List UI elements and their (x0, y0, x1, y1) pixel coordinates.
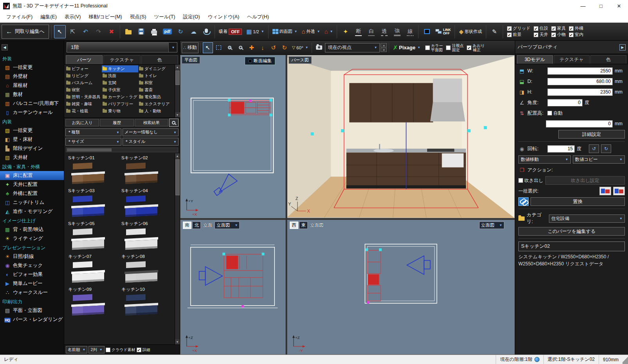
category-dining[interactable]: ダイニング (138, 65, 175, 72)
sidebar-item-perspective-rendering[interactable]: HQパース・レンダリング (0, 315, 64, 324)
shape-create-button[interactable]: ◆ 形状作成 (457, 25, 484, 38)
sidebar-item-lighting[interactable]: ☀ライティング (0, 234, 64, 243)
search-button[interactable] (169, 119, 179, 127)
zoom-out-button[interactable]: − (236, 42, 246, 53)
sidebar-item-sunlight[interactable]: ☀日照/斜線 (0, 252, 64, 261)
scroll-up-icon[interactable]: ▲ (175, 65, 180, 70)
numeric-move-dropdown[interactable]: 数値移動▼ (518, 155, 571, 164)
balloon-toggle[interactable]: 吹き出し (518, 177, 543, 184)
zoom-in-button[interactable]: + (225, 42, 235, 53)
section-edit-button[interactable]: 断面編集 (245, 57, 275, 65)
collapse-sidebar-button[interactable]: ◀ (2, 44, 8, 50)
tab-parts[interactable]: パーツ (66, 55, 103, 64)
pan-tool-button[interactable]: ✚ (247, 42, 257, 53)
fixed-target-toggle[interactable]: 注視点固定 (446, 43, 464, 52)
plan-viewport[interactable]: +Y +X 平面図 断面編集 (180, 55, 286, 218)
category-appliances[interactable]: 電化製品 (138, 94, 175, 101)
view-select-tool-button[interactable]: ↖ (203, 42, 213, 53)
elevation-west-canvas[interactable]: +Z -Y (287, 220, 514, 354)
sidebar-item-plan-elevation[interactable]: ▤平面・立面図 (0, 306, 64, 315)
scroll-down-icon[interactable]: ▼ (175, 339, 180, 344)
plan-canvas[interactable]: +Y +X (180, 55, 285, 218)
elevation-south-canvas[interactable]: +Z +X (180, 220, 285, 354)
menu-viewpoint[interactable]: 視点(S) (126, 14, 150, 20)
toggle-equipment[interactable]: 住設 (534, 25, 548, 31)
sidebar-item-curtain-wall[interactable]: ▯カーテンウォール (0, 108, 64, 117)
line-mode-white-button[interactable]: 白 (365, 25, 377, 38)
viewpoint-height-button[interactable]: ↓ (258, 42, 268, 53)
kind-filter-dropdown[interactable]: ＊種類▼ (65, 128, 121, 136)
rotation-handle[interactable] (249, 99, 252, 102)
print-button[interactable] (148, 25, 160, 38)
west-elevation-viewport[interactable]: +Z -Y 西 東 立面図 立面図▼ (287, 220, 515, 355)
sidebar-item-wall-material[interactable]: ▤外壁材 (0, 72, 64, 81)
numeric-copy-dropdown[interactable]: 数値コピー▼ (573, 155, 625, 164)
link-replace-button[interactable] (518, 197, 529, 206)
sidebar-item-batch-change-exterior[interactable]: ▨一括変更 (0, 63, 64, 72)
sidebar-item-background[interactable]: ▩背・前景/映込 (0, 225, 64, 234)
category-japanese-room[interactable]: 和室 (138, 79, 175, 86)
selection-frame-button[interactable] (421, 25, 433, 38)
toggle-exterior[interactable]: 外構 (569, 25, 583, 31)
part-list-item[interactable]: Sキッチン01 (67, 155, 121, 188)
part-category-dropdown[interactable]: 住宅設備▼ (549, 214, 625, 223)
height-input[interactable] (547, 88, 613, 96)
sidebar-item-ceiling-material[interactable]: ▧天井材 (0, 153, 64, 162)
line-mode-strong-button[interactable]: 強 (391, 25, 403, 38)
rotate-ccw-button[interactable]: ↺ (589, 144, 599, 153)
undo-button[interactable]: ↶ (80, 25, 92, 38)
rotate-cw-button[interactable]: ↻ (601, 144, 611, 153)
roof-display-dropdown[interactable]: ⌂ ▼ (323, 25, 334, 38)
resize-grip[interactable] (623, 355, 628, 364)
tab-color[interactable]: 色 (590, 55, 626, 64)
column-count-dropdown[interactable]: 2列▼ (88, 346, 104, 353)
category-exterior[interactable]: エクステリア (138, 101, 175, 108)
auto-height-toggle[interactable]: 自動 (547, 110, 563, 117)
voice-input-button[interactable] (200, 25, 212, 38)
sidebar-item-before-effect[interactable]: ◐ビフォー効果 (0, 270, 64, 279)
zoom-window-tool-button[interactable] (214, 42, 224, 53)
back-to-floorplan-button[interactable]: ← 間取り編集へ (2, 25, 49, 39)
replace-button[interactable]: 置換 (531, 197, 625, 206)
move-viewpoint-button[interactable]: ∴移動 (182, 42, 199, 53)
rotate-right-tool-button[interactable]: ↻ (280, 42, 290, 53)
category-kids-room[interactable]: 子供室 (102, 86, 138, 94)
perspective-canvas[interactable]: Z Y X (287, 55, 514, 218)
parts-scrollbar[interactable]: ▲ ▼ (175, 153, 180, 344)
toggle-furniture[interactable]: 家具 (551, 25, 566, 31)
magic-wand-button[interactable]: ✦ (339, 25, 351, 38)
category-bedroom[interactable]: 寝室 (65, 86, 102, 94)
sync-button[interactable]: ↻ (175, 25, 186, 38)
grid-scale-dropdown[interactable]: ▦ 1/2 ▼ (245, 25, 265, 38)
category-plants[interactable]: 花・植栽 (65, 108, 102, 115)
sidebar-item-color-check[interactable]: ◉色覚チェック (0, 261, 64, 270)
style-filter-dropdown[interactable]: ＊スタイル▼ (123, 138, 179, 146)
part-list-item[interactable]: Sキッチン06 (121, 221, 174, 254)
spinner-up-button[interactable]: ▲ (381, 43, 387, 47)
toggle-small-items[interactable]: 小物 (551, 32, 566, 38)
snapshot-camera-button[interactable] (314, 42, 324, 53)
category-kitchen[interactable]: キッチン (102, 65, 138, 72)
menu-help[interactable]: ヘルプ(H) (243, 14, 273, 20)
part-list-item[interactable]: キッチン10 (121, 287, 174, 319)
rotation-handle[interactable] (241, 305, 244, 308)
part-list-item[interactable]: Sキッチン05 (67, 221, 121, 254)
pdf-export-button[interactable]: pdf (161, 25, 174, 38)
batch-select-same-category-button[interactable] (613, 187, 625, 195)
elevation-type-dropdown[interactable]: 立面図▼ (215, 222, 240, 229)
favorites-button[interactable]: お気に入り (65, 119, 99, 126)
see-through-dropdown[interactable]: ⌂ 外透 ▼ (300, 25, 321, 38)
south-button[interactable]: 南 (183, 222, 191, 229)
menu-move-copy[interactable]: 移動/コピー(M) (85, 14, 126, 20)
sidebar-item-stair-design[interactable]: ▙階段デザイン (0, 144, 64, 153)
menu-edit[interactable]: 編集(E) (36, 14, 61, 20)
sidebar-item-ground-material[interactable]: ▦敷材 (0, 90, 64, 99)
close-button[interactable]: ✕ (610, 0, 628, 12)
color-plan-toggle[interactable]: カラー平面図 (425, 43, 443, 52)
scroll-down-icon[interactable]: ▼ (175, 112, 180, 117)
part-list-item[interactable]: キッチン09 (67, 287, 121, 319)
category-scrollbar[interactable]: ▲ ▼ (175, 65, 180, 117)
toggle-interior[interactable]: 室内 (569, 32, 583, 38)
category-toilet[interactable]: トイレ (138, 72, 175, 79)
balloon-settings-button[interactable]: 吹き出し設定 (545, 176, 625, 185)
